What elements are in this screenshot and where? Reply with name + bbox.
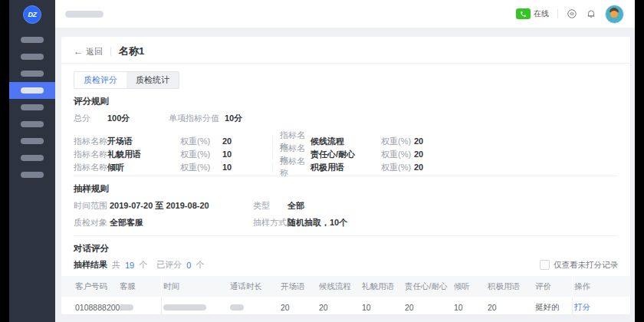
tab-quality-score[interactable]: 质检评分 [74,72,127,88]
sidebar-item[interactable] [9,166,55,183]
inspect-target-label: 质检对象 [74,217,110,228]
user-avatar[interactable] [605,5,624,24]
column-header: 客户号码 [61,281,118,292]
indicator-name-label: 指标名称 [74,136,107,147]
section-title-score-rules: 评分规则 [74,96,618,107]
content-area: ← 返回 名称1 质检评分 质检统计 评分规则 总分 100分 单项指标分值 1… [55,28,635,322]
topbar: 在线 [55,0,635,28]
scored-count: 0 [186,261,191,270]
score-cell: 20 [403,303,452,312]
single-indicator-value: 10分 [225,113,618,124]
phone-icon [516,8,531,19]
divider [272,150,273,159]
unit-label: 个 [196,259,204,271]
score-action-link[interactable]: 打分 [574,302,590,313]
sidebar-item[interactable] [9,82,55,99]
weight-value: 20 [414,136,618,146]
unscored-filter-checkbox[interactable] [540,260,550,270]
sidebar: DZ [9,0,55,322]
time-range-label: 时间范围 [74,200,110,212]
table-header-row: 客户号码客服时间通话时长开场语候线流程礼貌用语责任心/耐心倾听积极用语评价操作 [61,276,630,297]
agent-placeholder [120,304,133,310]
sidebar-item[interactable] [9,65,55,82]
divider [110,47,111,56]
weight-label: 权重(%) [180,136,222,147]
column-header: 礼貌用语 [360,281,403,292]
weight-label: 权重(%) [381,162,414,173]
weight-label: 权重(%) [381,136,414,147]
sample-result-label: 抽样结果 [74,259,107,271]
inspect-target-value: 全部客服 [110,217,253,228]
tab-quality-stats[interactable]: 质检统计 [127,72,179,88]
sidebar-item-placeholder [21,71,44,77]
indicator-name-label: 指标名称 [74,149,107,160]
page-title: 名称1 [119,44,144,58]
topbar-menu-placeholder[interactable] [65,11,104,18]
weight-value: 20 [222,136,272,146]
agent-status-toggle[interactable]: 在线 [516,8,549,19]
column-header: 责任心/耐心 [403,281,452,292]
sidebar-item[interactable] [9,116,55,133]
column-header: 操作 [572,276,630,297]
sidebar-item-placeholder [21,121,44,127]
help-circle-icon[interactable] [567,8,577,19]
score-cell: 20 [279,303,317,312]
dialog-score-table: 客户号码客服时间通话时长开场语候线流程礼貌用语责任心/耐心倾听积极用语评价操作0… [61,276,630,314]
sidebar-item-placeholder [21,54,44,60]
column-header: 客服 [118,281,161,292]
indicator-row: 指标名称开场语权重(%)20指标名称候线流程权重(%)20 [74,130,618,143]
agent-cell [118,303,161,312]
weight-label: 权重(%) [381,149,414,160]
sidebar-item-placeholder [21,87,44,94]
total-count: 19 [125,261,134,270]
sampling-method-value: 随机抽取，10个 [288,217,618,228]
total-score-value: 100分 [107,113,169,124]
score-cell: 10 [360,303,403,312]
indicator-name-value: 责任心/耐心 [310,149,381,160]
weight-label: 权重(%) [180,149,222,160]
total-score-label: 总分 [74,113,107,124]
score-cell: 20 [486,303,534,312]
column-header: 候线流程 [317,281,360,292]
weight-value: 20 [414,163,618,172]
divider [557,9,558,18]
table-row[interactable]: 01088882001202010201020挺好的打分 [61,297,630,314]
sampling-method-label: 抽样方式 [253,217,288,228]
indicator-name-value: 候线流程 [310,136,381,147]
sidebar-item[interactable] [9,31,55,48]
single-indicator-label: 单项指标分值 [169,113,225,124]
back-button[interactable]: ← 返回 [74,46,103,58]
score-cell: 20 [317,303,360,312]
type-label: 类型 [253,200,288,212]
unit-label: 个 [139,259,147,271]
column-header: 倾听 [452,281,486,292]
sidebar-item[interactable] [9,48,55,65]
sidebar-item[interactable] [9,150,55,166]
indicator-name-label: 指标名称 [280,156,310,179]
sidebar-item[interactable] [9,99,55,116]
indicator-name-value: 礼貌用语 [107,149,180,160]
sidebar-item-placeholder [21,138,44,144]
sidebar-item[interactable] [9,133,55,150]
bell-icon[interactable] [586,8,596,19]
sidebar-item-placeholder [21,104,44,110]
app-logo[interactable]: DZ [23,5,41,24]
sidebar-nav [9,31,55,183]
duration-cell [228,303,279,312]
divider [272,136,273,146]
column-header: 积极用语 [486,281,534,292]
indicator-name-value: 积极用语 [310,162,381,173]
weight-value: 10 [222,163,272,172]
status-label: 在线 [534,8,549,19]
type-value: 全部 [288,200,618,212]
detail-card: ← 返回 名称1 质检评分 质检统计 评分规则 总分 100分 单项指标分值 1… [61,37,630,314]
sidebar-item-placeholder [21,37,44,43]
section-title-sampling-rules: 抽样规则 [74,183,618,195]
unscored-filter[interactable]: 仅查看未打分记录 [540,260,618,271]
indicator-list: 指标名称开场语权重(%)20指标名称候线流程权重(%)20指标名称礼貌用语权重(… [74,130,618,169]
weight-value: 10 [222,150,272,159]
app-window: DZ 在线 [9,0,635,322]
column-header: 时间 [161,276,228,297]
indicator-name-value: 倾听 [107,162,180,173]
column-header: 评价 [534,281,572,292]
